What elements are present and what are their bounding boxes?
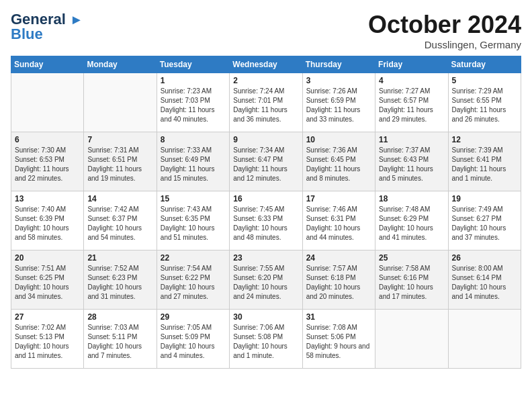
week-row-1: 1Sunrise: 7:23 AMSunset: 7:03 PMDaylight… [11, 73, 521, 132]
day-number: 23 [233, 253, 298, 263]
day-detail: Sunrise: 7:57 AMSunset: 6:18 PMDaylight:… [306, 264, 371, 302]
day-number: 21 [87, 253, 152, 263]
day-number: 25 [379, 253, 444, 263]
day-number: 26 [452, 253, 517, 263]
day-number: 1 [161, 76, 226, 85]
calendar-cell: 19Sunrise: 7:49 AMSunset: 6:27 PMDayligh… [448, 191, 521, 250]
day-number: 12 [452, 135, 517, 144]
calendar-cell: 16Sunrise: 7:45 AMSunset: 6:33 PMDayligh… [230, 191, 302, 250]
calendar-cell: 10Sunrise: 7:36 AMSunset: 6:45 PMDayligh… [302, 132, 375, 191]
day-detail: Sunrise: 7:29 AMSunset: 6:55 PMDaylight:… [452, 87, 517, 124]
calendar-cell: 7Sunrise: 7:31 AMSunset: 6:51 PMDaylight… [84, 132, 157, 191]
day-detail: Sunrise: 7:06 AMSunset: 5:08 PMDaylight:… [233, 323, 298, 361]
calendar-cell: 1Sunrise: 7:23 AMSunset: 7:03 PMDaylight… [157, 73, 229, 132]
day-number: 18 [379, 194, 444, 203]
calendar-cell [448, 310, 521, 369]
day-detail: Sunrise: 7:03 AMSunset: 5:11 PMDaylight:… [87, 323, 152, 361]
page-header: General ► Blue October 2024 Dusslingen, … [11, 11, 521, 50]
day-number: 9 [233, 135, 298, 144]
day-number: 28 [87, 312, 152, 322]
day-detail: Sunrise: 7:36 AMSunset: 6:45 PMDaylight:… [306, 146, 371, 183]
day-detail: Sunrise: 7:34 AMSunset: 6:47 PMDaylight:… [233, 146, 298, 183]
day-detail: Sunrise: 7:08 AMSunset: 5:06 PMDaylight:… [306, 323, 371, 361]
calendar-cell: 14Sunrise: 7:42 AMSunset: 6:37 PMDayligh… [84, 191, 157, 250]
day-number: 5 [452, 76, 517, 85]
calendar-cell: 13Sunrise: 7:40 AMSunset: 6:39 PMDayligh… [11, 191, 84, 250]
day-number: 16 [233, 194, 298, 203]
week-row-2: 6Sunrise: 7:30 AMSunset: 6:53 PMDaylight… [11, 132, 521, 191]
day-detail: Sunrise: 7:45 AMSunset: 6:33 PMDaylight:… [233, 205, 298, 242]
day-detail: Sunrise: 7:02 AMSunset: 5:13 PMDaylight:… [15, 323, 80, 361]
calendar-cell: 5Sunrise: 7:29 AMSunset: 6:55 PMDaylight… [448, 73, 521, 132]
calendar-cell: 27Sunrise: 7:02 AMSunset: 5:13 PMDayligh… [11, 310, 84, 369]
calendar-cell: 8Sunrise: 7:33 AMSunset: 6:49 PMDaylight… [157, 132, 229, 191]
day-detail: Sunrise: 7:54 AMSunset: 6:22 PMDaylight:… [161, 264, 226, 302]
logo-bird-icon: ► [70, 12, 83, 27]
day-detail: Sunrise: 7:55 AMSunset: 6:20 PMDaylight:… [233, 264, 298, 302]
day-number: 10 [306, 135, 371, 144]
calendar-cell: 15Sunrise: 7:43 AMSunset: 6:35 PMDayligh… [157, 191, 229, 250]
calendar-cell: 25Sunrise: 7:58 AMSunset: 6:16 PMDayligh… [375, 250, 448, 310]
calendar-cell: 24Sunrise: 7:57 AMSunset: 6:18 PMDayligh… [302, 250, 375, 310]
day-detail: Sunrise: 7:51 AMSunset: 6:25 PMDaylight:… [15, 264, 80, 302]
day-detail: Sunrise: 7:31 AMSunset: 6:51 PMDaylight:… [87, 146, 152, 183]
calendar-cell: 3Sunrise: 7:26 AMSunset: 6:59 PMDaylight… [302, 73, 375, 132]
day-detail: Sunrise: 7:49 AMSunset: 6:27 PMDaylight:… [452, 205, 517, 242]
calendar-cell: 21Sunrise: 7:52 AMSunset: 6:23 PMDayligh… [84, 250, 157, 310]
day-detail: Sunrise: 7:40 AMSunset: 6:39 PMDaylight:… [15, 205, 80, 242]
day-number: 11 [379, 135, 444, 144]
day-number: 2 [233, 76, 298, 85]
day-detail: Sunrise: 7:46 AMSunset: 6:31 PMDaylight:… [306, 205, 371, 242]
day-detail: Sunrise: 7:27 AMSunset: 6:57 PMDaylight:… [379, 87, 444, 124]
day-number: 8 [161, 135, 226, 144]
day-number: 20 [15, 253, 80, 263]
calendar-cell: 20Sunrise: 7:51 AMSunset: 6:25 PMDayligh… [11, 250, 84, 310]
logo-blue: Blue [11, 26, 43, 43]
logo: General ► Blue [11, 11, 83, 43]
day-number: 31 [306, 312, 371, 322]
day-detail: Sunrise: 7:05 AMSunset: 5:09 PMDaylight:… [161, 323, 226, 361]
weekday-header-thursday: Thursday [302, 56, 375, 73]
week-row-3: 13Sunrise: 7:40 AMSunset: 6:39 PMDayligh… [11, 191, 521, 250]
weekday-header-row: SundayMondayTuesdayWednesdayThursdayFrid… [11, 56, 521, 73]
calendar-cell: 30Sunrise: 7:06 AMSunset: 5:08 PMDayligh… [230, 310, 302, 369]
day-number: 7 [87, 135, 152, 144]
calendar-cell: 12Sunrise: 7:39 AMSunset: 6:41 PMDayligh… [448, 132, 521, 191]
day-detail: Sunrise: 7:23 AMSunset: 7:03 PMDaylight:… [161, 87, 226, 124]
title-block: October 2024 Dusslingen, Germany [368, 11, 521, 50]
calendar-cell [84, 73, 157, 132]
location: Dusslingen, Germany [368, 39, 521, 50]
weekday-header-saturday: Saturday [448, 56, 521, 73]
weekday-header-wednesday: Wednesday [230, 56, 302, 73]
calendar-cell [375, 310, 448, 369]
day-detail: Sunrise: 7:30 AMSunset: 6:53 PMDaylight:… [15, 146, 80, 183]
week-row-5: 27Sunrise: 7:02 AMSunset: 5:13 PMDayligh… [11, 310, 521, 369]
day-number: 30 [233, 312, 298, 322]
day-number: 24 [306, 253, 371, 263]
calendar-cell: 9Sunrise: 7:34 AMSunset: 6:47 PMDaylight… [230, 132, 302, 191]
day-number: 27 [15, 312, 80, 322]
day-detail: Sunrise: 7:37 AMSunset: 6:43 PMDaylight:… [379, 146, 444, 183]
calendar-cell: 29Sunrise: 7:05 AMSunset: 5:09 PMDayligh… [157, 310, 229, 369]
day-detail: Sunrise: 8:00 AMSunset: 6:14 PMDaylight:… [452, 264, 517, 302]
calendar-cell: 18Sunrise: 7:48 AMSunset: 6:29 PMDayligh… [375, 191, 448, 250]
day-detail: Sunrise: 7:52 AMSunset: 6:23 PMDaylight:… [87, 264, 152, 302]
day-number: 22 [161, 253, 226, 263]
day-detail: Sunrise: 7:33 AMSunset: 6:49 PMDaylight:… [161, 146, 226, 183]
day-number: 3 [306, 76, 371, 85]
calendar-cell: 4Sunrise: 7:27 AMSunset: 6:57 PMDaylight… [375, 73, 448, 132]
calendar-cell: 17Sunrise: 7:46 AMSunset: 6:31 PMDayligh… [302, 191, 375, 250]
calendar-cell: 22Sunrise: 7:54 AMSunset: 6:22 PMDayligh… [157, 250, 229, 310]
day-detail: Sunrise: 7:48 AMSunset: 6:29 PMDaylight:… [379, 205, 444, 242]
day-number: 13 [15, 194, 80, 203]
calendar: SundayMondayTuesdayWednesdayThursdayFrid… [11, 56, 521, 369]
calendar-cell: 31Sunrise: 7:08 AMSunset: 5:06 PMDayligh… [302, 310, 375, 369]
weekday-header-sunday: Sunday [11, 56, 84, 73]
day-number: 6 [15, 135, 80, 144]
day-detail: Sunrise: 7:58 AMSunset: 6:16 PMDaylight:… [379, 264, 444, 302]
calendar-cell: 6Sunrise: 7:30 AMSunset: 6:53 PMDaylight… [11, 132, 84, 191]
calendar-cell: 23Sunrise: 7:55 AMSunset: 6:20 PMDayligh… [230, 250, 302, 310]
weekday-header-friday: Friday [375, 56, 448, 73]
day-number: 15 [161, 194, 226, 203]
calendar-cell: 28Sunrise: 7:03 AMSunset: 5:11 PMDayligh… [84, 310, 157, 369]
